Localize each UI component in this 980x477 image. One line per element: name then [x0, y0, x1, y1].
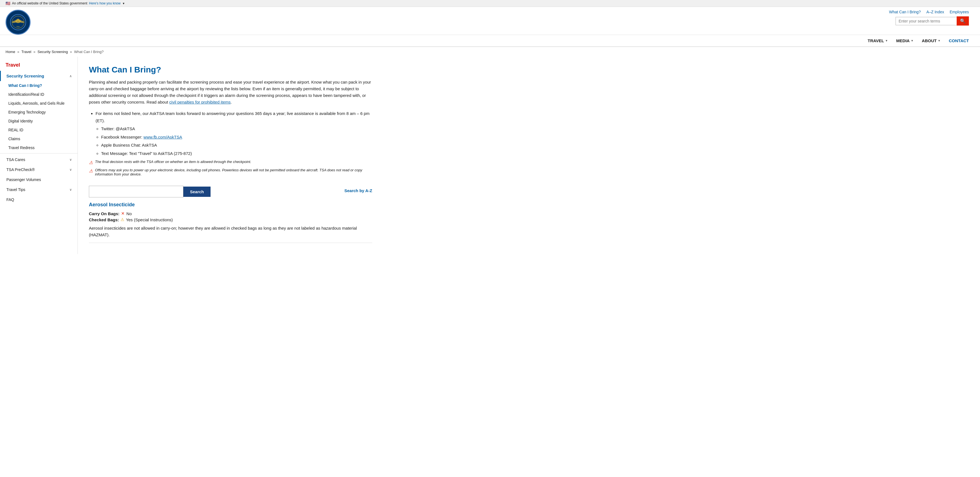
top-links: What Can I Bring? A–Z Index Employees [889, 10, 969, 14]
sidebar-item-label: TSA PreCheck® [6, 167, 35, 172]
sidebar-sub-digital-identity[interactable]: Digital Identity [6, 117, 78, 126]
page-title: What Can I Bring? [89, 65, 372, 75]
sidebar-item-label: FAQ [6, 197, 14, 202]
sidebar-item-tsa-cares[interactable]: TSA Cares ∨ [0, 155, 78, 165]
sidebar-item-faq[interactable]: FAQ [0, 195, 78, 205]
sidebar-item-label: TSA Cares [6, 157, 25, 162]
intro-end: . [231, 100, 232, 104]
chevron-down-icon: ▼ [885, 39, 888, 42]
carry-on-label: Carry On Bags: [89, 211, 119, 216]
sidebar-divider [0, 153, 78, 154]
gov-banner-text: An official website of the United States… [12, 2, 87, 5]
top-link-az[interactable]: A–Z Index [926, 10, 944, 14]
item-attributes: Carry On Bags: ✕ No Checked Bags: ⚠ Yes … [89, 211, 372, 222]
warning-small-icon: ⚠ [121, 217, 124, 222]
search-input[interactable] [896, 17, 957, 25]
chevron-down-icon: ▼ [911, 39, 913, 42]
chevron-down-icon: ▼ [122, 2, 125, 5]
item-search-row: Search Search by A-Z [89, 179, 372, 202]
warning-box-2: ⚠ Officers may ask you to power up your … [89, 168, 372, 176]
nav-about[interactable]: ABOUT ▼ [922, 37, 940, 44]
sidebar-sub-real-id[interactable]: REAL ID [6, 126, 78, 134]
warning-text-2: Officers may ask you to power up your el… [95, 168, 372, 176]
sidebar-item-security-screening[interactable]: Security Screening ∧ [0, 71, 78, 81]
sub-bullet-list: Twitter: @AskTSA Facebook Messenger: www… [101, 125, 372, 157]
page-layout: Travel Security Screening ∧ What Can I B… [0, 57, 980, 254]
chevron-down-icon: ▼ [938, 39, 940, 42]
sub-bullet-twitter: Twitter: @AskTSA [101, 125, 372, 132]
gov-banner-link[interactable]: Here's how you know [89, 2, 121, 5]
sub-bullet-apple: Apple Business Chat: AskTSA [101, 142, 372, 149]
checked-value: Yes (Special Instructions) [126, 218, 173, 222]
breadcrumb-current: What Can I Bring? [74, 50, 103, 54]
item-description: Aerosol insecticides are not allowed in … [89, 225, 372, 243]
item-result: Aerosol Insecticide Carry On Bags: ✕ No … [89, 202, 372, 243]
sidebar-sub-security: What Can I Bring? Identification/Real ID… [0, 81, 78, 152]
breadcrumb: Home » Travel » Security Screening » Wha… [0, 47, 980, 57]
item-search-button[interactable]: Search [183, 187, 210, 197]
nav-travel[interactable]: TRAVEL ▼ [868, 37, 888, 44]
chevron-down-icon: ∨ [70, 188, 72, 192]
top-link-employees[interactable]: Employees [950, 10, 969, 14]
sidebar-sub-travel-redress[interactable]: Travel Redress [6, 143, 78, 152]
nav-contact[interactable]: CONTACT [949, 37, 969, 44]
chevron-up-icon: ∧ [70, 74, 72, 78]
gov-banner: 🇺🇸 An official website of the United Sta… [0, 0, 980, 7]
item-result-title[interactable]: Aerosol Insecticide [89, 202, 372, 208]
logo-area: TSA [6, 10, 30, 35]
breadcrumb-home[interactable]: Home [6, 50, 15, 54]
item-search-input[interactable] [89, 186, 183, 197]
sidebar: Travel Security Screening ∧ What Can I B… [0, 57, 78, 254]
breadcrumb-travel[interactable]: Travel [21, 50, 32, 54]
tsa-logo: TSA [6, 10, 30, 35]
flag-icon: 🇺🇸 [6, 1, 10, 6]
checked-label: Checked Bags: [89, 218, 119, 222]
bullet-asktsa: For items not listed here, our AskTSA te… [95, 110, 372, 124]
facebook-link[interactable]: www.fb.com/AskTSA [143, 135, 182, 139]
sidebar-sub-realid-id[interactable]: Identification/Real ID [6, 90, 78, 99]
main-bullet-list: For items not listed here, our AskTSA te… [95, 110, 372, 157]
sidebar-section-title: Travel [0, 62, 78, 71]
sidebar-item-passenger-volumes[interactable]: Passenger Volumes [0, 175, 78, 184]
sub-bullet-text: Text Message: Text "Travel" to AskTSA (2… [101, 150, 372, 157]
sidebar-item-label: Travel Tips [6, 188, 25, 192]
breadcrumb-security[interactable]: Security Screening [38, 50, 68, 54]
sidebar-sub-emerging-tech[interactable]: Emerging Technology [6, 108, 78, 117]
main-content: What Can I Bring? Planning ahead and pac… [78, 57, 383, 254]
sidebar-item-label: Passenger Volumes [6, 177, 41, 182]
item-search: Search [89, 186, 210, 197]
warning-box-1: ⚠ The final decision rests with the TSA … [89, 160, 372, 165]
intro-paragraph: Planning ahead and packing properly can … [89, 79, 372, 105]
search-by-az-link[interactable]: Search by A-Z [344, 188, 372, 193]
carry-on-attr: Carry On Bags: ✕ No [89, 211, 372, 216]
sidebar-sub-claims[interactable]: Claims [6, 134, 78, 143]
sidebar-sub-wcib[interactable]: What Can I Bring? [6, 81, 78, 90]
top-link-wcib[interactable]: What Can I Bring? [889, 10, 921, 14]
checked-bag-attr: Checked Bags: ⚠ Yes (Special Instruction… [89, 217, 372, 222]
chevron-down-icon: ∨ [70, 158, 72, 162]
nav-media[interactable]: MEDIA ▼ [896, 37, 913, 44]
sidebar-item-label: Security Screening [6, 73, 44, 78]
carry-on-value: No [126, 211, 132, 216]
warning-icon: ⚠ [89, 160, 93, 165]
header-right: What Can I Bring? A–Z Index Employees 🔍 [889, 10, 969, 25]
header: TSA What Can I Bring? A–Z Index Employee… [0, 7, 980, 35]
main-nav: TRAVEL ▼ MEDIA ▼ ABOUT ▼ CONTACT [0, 35, 980, 47]
warning-icon: ⚠ [89, 168, 93, 173]
svg-text:TSA: TSA [16, 26, 20, 27]
sub-bullet-facebook: Facebook Messenger: www.fb.com/AskTSA [101, 134, 372, 141]
header-search: 🔍 [896, 16, 969, 25]
sidebar-item-tsa-precheck[interactable]: TSA PreCheck® ∨ [0, 165, 78, 175]
chevron-down-icon: ∨ [70, 168, 72, 172]
warning-text-1: The final decision rests with the TSA of… [95, 160, 251, 164]
search-button[interactable]: 🔍 [957, 16, 969, 25]
sidebar-sub-liquids[interactable]: Liquids, Aerosols, and Gels Rule [6, 99, 78, 108]
sidebar-item-travel-tips[interactable]: Travel Tips ∨ [0, 184, 78, 195]
civil-penalties-link[interactable]: civil penalties for prohibited items [169, 100, 231, 104]
no-icon: ✕ [121, 211, 125, 216]
